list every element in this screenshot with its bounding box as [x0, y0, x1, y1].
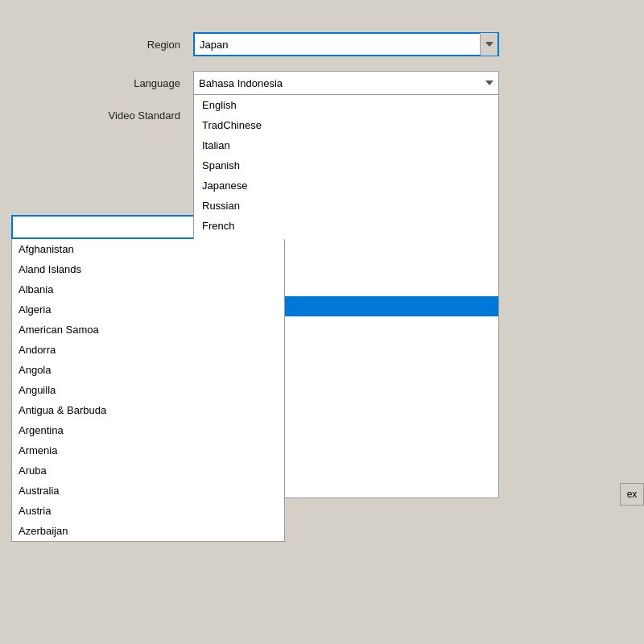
language-list-item[interactable]: English: [194, 95, 498, 115]
language-select-box[interactable]: Bahasa Indonesia: [193, 71, 499, 95]
region-list-item[interactable]: Argentina: [12, 420, 284, 440]
region-list-item[interactable]: Austria: [12, 501, 284, 521]
region-list-item[interactable]: American Samoa: [12, 320, 284, 340]
region-list-item[interactable]: Aruba: [12, 460, 284, 481]
language-list-item[interactable]: Italian: [194, 135, 498, 155]
video-standard-label: Video Standard: [64, 109, 193, 122]
region-list-item[interactable]: Anguilla: [12, 380, 284, 400]
language-select-value: Bahasa Indonesia: [194, 77, 481, 89]
small-region-dropdown-list: AfghanistanAland IslandsAlbaniaAlgeriaAm…: [11, 239, 285, 542]
language-row: Language Bahasa Indonesia EnglishTradChi…: [64, 71, 628, 95]
region-select-container: Japan: [193, 32, 499, 56]
region-list-item[interactable]: Armenia: [12, 440, 284, 460]
region-row: Region Japan: [64, 32, 628, 56]
region-list-item[interactable]: Andorra: [12, 340, 284, 360]
region-arrow-icon: [485, 42, 493, 47]
region-list-item[interactable]: Afghanistan: [12, 239, 284, 259]
language-list-item[interactable]: Spanish: [194, 155, 498, 175]
region-list-item[interactable]: Antigua & Barbuda: [12, 400, 284, 420]
region-list-item[interactable]: Angola: [12, 360, 284, 380]
language-list-item[interactable]: Russian: [194, 196, 498, 216]
language-list-item[interactable]: French: [194, 216, 498, 236]
language-label: Language: [64, 77, 193, 89]
language-dropdown-arrow[interactable]: [481, 72, 498, 94]
region-select-box[interactable]: Japan: [193, 32, 499, 56]
language-list-item[interactable]: TradChinese: [194, 115, 498, 135]
region-list-item[interactable]: Aland Islands: [12, 259, 284, 279]
main-panel: Region Japan Language Bahasa Indonesia: [0, 0, 644, 644]
small-list-inner[interactable]: AfghanistanAland IslandsAlbaniaAlgeriaAm…: [12, 239, 284, 541]
form-area: Region Japan Language Bahasa Indonesia: [64, 32, 628, 136]
region-list-item[interactable]: Azerbaijan: [12, 521, 284, 541]
region-label: Region: [64, 39, 193, 51]
region-list-item[interactable]: Australia: [12, 481, 284, 501]
language-arrow-icon: [485, 80, 493, 85]
region-select-value: Japan: [195, 39, 480, 51]
ex-button[interactable]: ex: [620, 483, 644, 506]
language-select-container: Bahasa Indonesia EnglishTradChineseItali…: [193, 71, 499, 95]
region-list-item[interactable]: Algeria: [12, 299, 284, 320]
region-dropdown-arrow[interactable]: [480, 33, 497, 56]
language-list-item[interactable]: Japanese: [194, 175, 498, 196]
region-list-item[interactable]: Albania: [12, 279, 284, 299]
